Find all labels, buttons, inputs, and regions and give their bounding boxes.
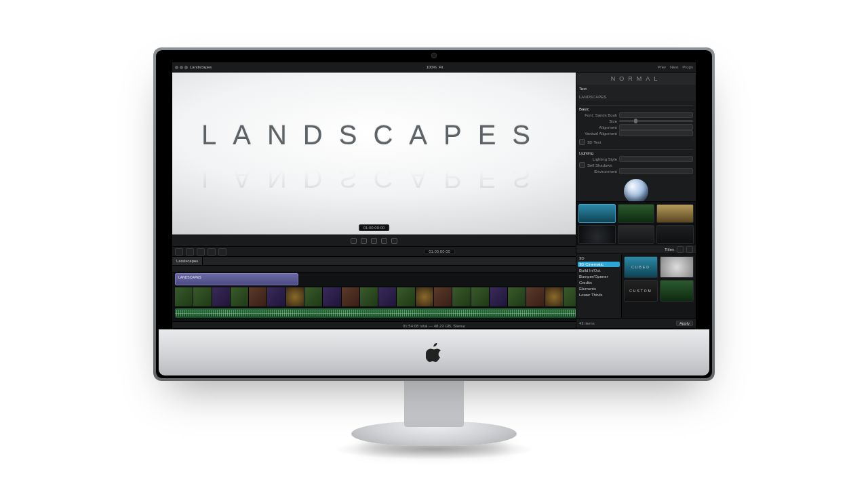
- lighting-style-label: Lighting Style: [579, 157, 617, 161]
- browser-view-grid-icon[interactable]: [677, 246, 684, 253]
- thumb: [545, 287, 564, 306]
- apply-button[interactable]: Apply: [676, 321, 693, 326]
- minimize-icon[interactable]: [180, 66, 183, 69]
- preset-3[interactable]: [656, 204, 694, 223]
- skip-fwd-button[interactable]: [391, 238, 397, 244]
- fit-button[interactable]: Fit: [439, 65, 443, 69]
- browser-view-list-icon[interactable]: [686, 246, 693, 253]
- inspector-body: Basic Font: Sands Book Size Alignment Ve…: [576, 101, 696, 201]
- thumb: [304, 287, 323, 306]
- environment-label: Environment: [579, 169, 617, 174]
- tool-position[interactable]: [197, 248, 205, 256]
- title-preset[interactable]: CUSTOM: [624, 280, 658, 302]
- zoom-level[interactable]: 100%: [426, 65, 436, 69]
- nav-prev[interactable]: Prev: [658, 65, 666, 69]
- self-shadows-label: Self Shadows: [587, 163, 693, 167]
- category-item[interactable]: Lower Thirds: [578, 292, 620, 298]
- title-preset[interactable]: [660, 256, 694, 278]
- font-label: Font: Sands Book: [579, 113, 617, 117]
- skip-back-button[interactable]: [351, 238, 357, 244]
- thumb: [397, 287, 415, 306]
- thumb: [267, 287, 285, 306]
- traffic-lights[interactable]: [175, 66, 188, 69]
- section-basic-label: Basic: [579, 105, 693, 111]
- inspector-mode[interactable]: NORMAL: [576, 73, 696, 85]
- imac-bezel: Landscapes 100% Fit Prev Next Props: [153, 47, 715, 381]
- section-basic: Basic Font: Sands Book Size Alignment Ve…: [579, 104, 693, 136]
- category-item[interactable]: Elements: [578, 286, 620, 291]
- category-item[interactable]: Credits: [578, 280, 620, 285]
- viewer-3d-reflection: LANDSCAPES: [201, 163, 547, 193]
- thumb: [323, 287, 341, 306]
- apple-logo-icon: [426, 343, 442, 362]
- tool-trim[interactable]: [186, 248, 194, 256]
- title-preset[interactable]: [660, 280, 694, 302]
- font-select[interactable]: [619, 112, 693, 118]
- thumb: [193, 287, 212, 306]
- category-item[interactable]: Bumper/Opener: [578, 274, 620, 279]
- thumb: [175, 287, 193, 306]
- upper-pane: LANDSCAPES LANDSCAPES 01:00:00:00: [172, 73, 696, 246]
- tool-range[interactable]: [208, 248, 216, 256]
- viewer-3d-title[interactable]: LANDSCAPES: [201, 120, 547, 150]
- environment-select[interactable]: [619, 168, 693, 174]
- thumb: [212, 287, 231, 306]
- preset-6[interactable]: [656, 225, 694, 244]
- tool-select[interactable]: [175, 248, 183, 256]
- nav-props[interactable]: Props: [682, 65, 693, 69]
- imac-chin: [159, 329, 709, 375]
- 3dtext-label: 3D Text: [587, 140, 693, 144]
- alignment-label: Alignment: [579, 125, 617, 129]
- viewer-timecode[interactable]: 01:00:00:00: [359, 224, 390, 231]
- environment-preview[interactable]: [579, 176, 693, 201]
- close-icon[interactable]: [175, 66, 178, 69]
- timeline-timecode[interactable]: 01:00:00:00: [424, 249, 455, 254]
- thumb: [490, 287, 508, 306]
- browser-header: Titles: [576, 245, 696, 254]
- preset-4[interactable]: [578, 225, 616, 244]
- inspector-tab-text[interactable]: Text: [576, 85, 696, 93]
- title-clip[interactable]: LANDSCAPES: [175, 273, 298, 285]
- size-slider[interactable]: [619, 120, 693, 122]
- category-item[interactable]: 3D Cinematic: [578, 262, 620, 267]
- browser-footer: 43 items Apply: [576, 318, 696, 328]
- thumb: [471, 287, 490, 306]
- imac-stand-neck: [404, 380, 464, 427]
- preset-1[interactable]: [578, 204, 616, 223]
- inspector-panel: NORMAL Text LANDSCAPES Basic Font: Sands…: [576, 73, 696, 246]
- browser-header-label: Titles: [665, 247, 674, 251]
- tool-blade[interactable]: [218, 248, 226, 256]
- title-preset[interactable]: CUBED: [624, 256, 658, 278]
- section-lighting-label: Lighting: [579, 149, 693, 155]
- alignment-select[interactable]: [619, 124, 693, 130]
- thumb: [416, 287, 434, 306]
- prev-frame-button[interactable]: [361, 238, 367, 244]
- thumb: [249, 287, 267, 306]
- zoom-icon[interactable]: [184, 66, 188, 69]
- valign-label: Vertical Alignment: [579, 131, 617, 136]
- next-frame-button[interactable]: [381, 238, 387, 244]
- inspector-title-value[interactable]: LANDSCAPES: [576, 93, 696, 101]
- viewer[interactable]: LANDSCAPES LANDSCAPES 01:00:00:00: [172, 73, 576, 246]
- category-item[interactable]: Build In/Out: [578, 268, 620, 273]
- camera-icon: [432, 54, 436, 58]
- play-button[interactable]: [371, 238, 377, 244]
- preset-2[interactable]: [618, 204, 655, 223]
- title-clip-label: LANDSCAPES: [178, 275, 201, 279]
- material-presets: [576, 201, 696, 246]
- section-3d-text: 3D Text: [579, 139, 693, 145]
- preset-5[interactable]: [618, 225, 655, 244]
- timeline-tab[interactable]: Landscapes: [172, 257, 203, 265]
- lighting-style-select[interactable]: [619, 156, 693, 162]
- 3dtext-checkbox[interactable]: [579, 139, 585, 145]
- category-item[interactable]: 3D: [578, 256, 620, 261]
- thumb: [286, 287, 304, 306]
- thumb: [434, 287, 452, 306]
- browser-categories: 3D 3D Cinematic Build In/Out Bumper/Open…: [576, 254, 622, 318]
- valign-select[interactable]: [619, 130, 693, 136]
- self-shadows-checkbox[interactable]: [579, 162, 585, 168]
- nav-next[interactable]: Next: [670, 65, 678, 69]
- thumb: [360, 287, 378, 306]
- browser-thumbs: CUBED CUSTOM: [622, 254, 696, 318]
- size-label: Size: [579, 119, 617, 123]
